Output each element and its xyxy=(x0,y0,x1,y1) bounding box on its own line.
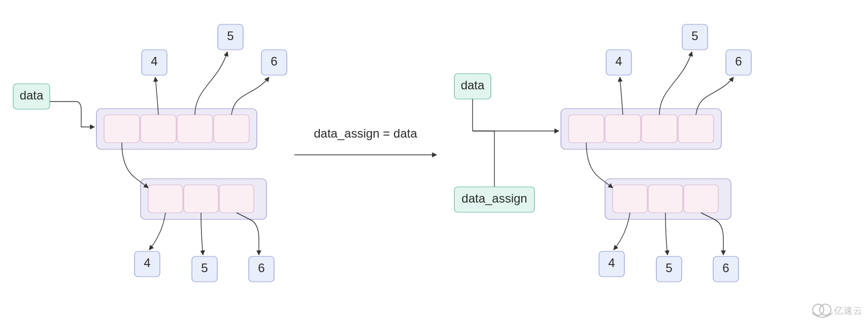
sublist-cell xyxy=(648,185,683,213)
list-cell xyxy=(642,115,677,143)
sublist-cell xyxy=(684,185,718,213)
value-label: 6 xyxy=(258,261,264,275)
data-label-right: data xyxy=(461,78,485,92)
value-label: 6 xyxy=(722,261,729,275)
value-label: 6 xyxy=(735,54,742,68)
watermark: 亿速云 xyxy=(812,304,863,317)
value-label: 4 xyxy=(151,54,157,68)
sublist-cell xyxy=(219,185,254,213)
sublist-cell xyxy=(613,185,647,213)
svg-point-1 xyxy=(820,304,831,315)
right-panel: data data_assign 4 5 6 4 5 6 xyxy=(454,24,751,282)
value-label: 4 xyxy=(144,256,150,270)
arrow xyxy=(659,52,692,115)
sublist-cell xyxy=(184,185,218,213)
left-panel: data 4 5 6 4 5 6 xyxy=(13,24,287,282)
diagram-canvas: data 4 5 6 4 5 6 xyxy=(0,0,868,328)
transition-caption: data_assign = data xyxy=(314,126,417,140)
value-label: 4 xyxy=(615,54,622,68)
list-cell xyxy=(569,115,604,143)
list-cell xyxy=(678,115,714,143)
arrow xyxy=(195,52,227,115)
svg-point-0 xyxy=(813,304,824,315)
value-label: 5 xyxy=(665,261,672,275)
value-label: 5 xyxy=(201,261,208,275)
list-cell xyxy=(605,115,641,143)
sublist-cell xyxy=(148,185,183,213)
value-label: 4 xyxy=(608,256,615,270)
arrow-path xyxy=(473,131,494,187)
data-assign-label: data_assign xyxy=(461,191,527,205)
value-label: 6 xyxy=(271,54,277,68)
list-cell xyxy=(177,115,213,143)
arrow xyxy=(50,102,94,127)
list-cell xyxy=(104,115,140,143)
value-label: 5 xyxy=(691,29,698,43)
data-label-left: data xyxy=(20,88,44,102)
list-cell xyxy=(141,115,176,143)
value-label: 5 xyxy=(227,29,233,43)
watermark-text: 亿速云 xyxy=(833,306,863,316)
list-cell xyxy=(214,115,249,143)
